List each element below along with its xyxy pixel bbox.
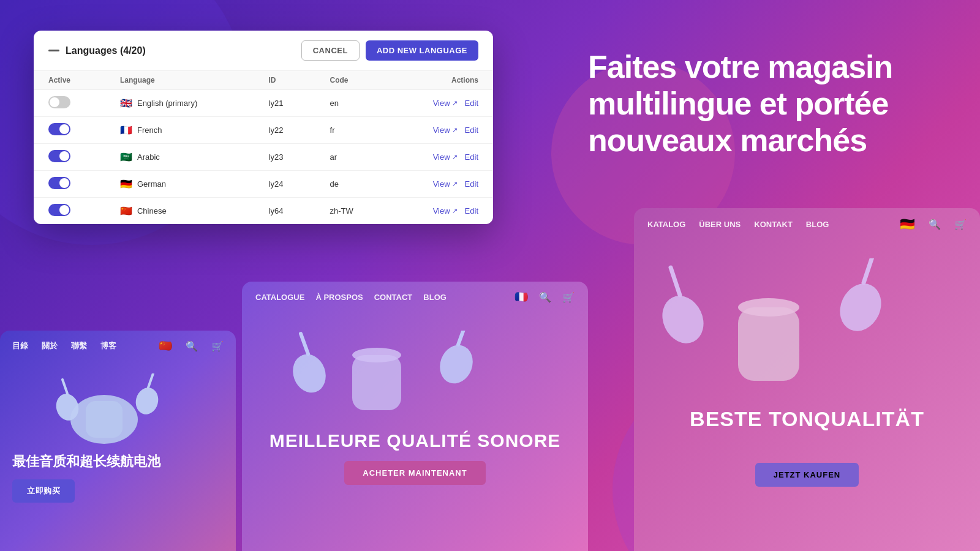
language-id: ly21 [254, 90, 315, 117]
col-code: Code [315, 71, 389, 90]
edit-link[interactable]: Edit [465, 206, 478, 216]
dialog-title: Languages (4/20) [66, 45, 146, 56]
store-de-flag[interactable]: 🇩🇪 [900, 217, 915, 231]
languages-dialog: Languages (4/20) CANCEL ADD NEW LANGUAGE… [34, 31, 493, 224]
store-zh-navbar: 目錄 關於 聯繫 博客 🇨🇳 🔍 🛒 [0, 331, 236, 361]
store-fr-flag[interactable]: 🇫🇷 [514, 290, 528, 304]
view-link[interactable]: View ↗ [433, 179, 458, 189]
edit-link[interactable]: Edit [465, 179, 478, 189]
edit-link[interactable]: Edit [465, 152, 478, 162]
view-link[interactable]: View ↗ [433, 206, 458, 216]
language-code: en [315, 90, 389, 117]
flag-icon: 🇸🇦 [120, 151, 132, 163]
svg-line-9 [301, 334, 308, 354]
table-row: 🇫🇷Frenchly22frView ↗Edit [34, 117, 493, 144]
language-name: German [137, 179, 166, 189]
dialog-header: Languages (4/20) CANCEL ADD NEW LANGUAGE [34, 31, 493, 70]
flag-icon: 🇫🇷 [120, 124, 132, 136]
store-de-cart-icon[interactable]: 🛒 [954, 219, 967, 230]
hero-section: Faites votre magasin multilingue et port… [588, 49, 931, 159]
svg-point-13 [738, 298, 799, 317]
store-fr-headline: MEILLEURE QUALITÉ SONORE [260, 429, 570, 452]
col-active: Active [34, 71, 105, 90]
language-name: French [137, 126, 162, 135]
store-de-nav-item-1[interactable]: KATALOG [647, 220, 685, 229]
store-zh-cart-icon[interactable]: 🛒 [211, 340, 224, 352]
external-link-icon: ↗ [452, 153, 458, 161]
store-fr-cta-button[interactable]: ACHETER MAINTENANT [344, 461, 485, 485]
language-id: ly23 [254, 144, 315, 171]
svg-point-7 [352, 348, 401, 362]
add-language-button[interactable]: ADD NEW LANGUAGE [366, 40, 478, 61]
edit-link[interactable]: Edit [465, 126, 478, 135]
col-actions: Actions [389, 71, 493, 90]
store-fr-nav-item-4[interactable]: BLOG [423, 293, 447, 302]
flag-icon: 🇨🇳 [120, 205, 132, 217]
svg-point-10 [435, 340, 478, 388]
language-id: ly22 [254, 117, 315, 144]
svg-point-14 [655, 289, 711, 350]
store-de-nav-item-4[interactable]: BLOG [806, 220, 829, 229]
store-fr-search-icon[interactable]: 🔍 [539, 291, 551, 303]
toggle-arabic[interactable] [48, 150, 70, 162]
svg-point-8 [288, 350, 331, 397]
dialog-minimize-icon [48, 50, 59, 51]
store-fr-cart-icon[interactable]: 🛒 [562, 291, 575, 303]
toggle-english-(primary)[interactable] [48, 96, 70, 108]
store-preview-zh: 目錄 關於 聯繫 博客 🇨🇳 🔍 🛒 最佳音质和超长续航电池 立即购买 [0, 331, 236, 551]
store-zh-nav-item-4[interactable]: 博客 [100, 340, 116, 351]
table-row: 🇨🇳Chinesely64zh-TWView ↗Edit [34, 198, 493, 225]
store-zh-nav-item-2[interactable]: 關於 [42, 340, 58, 351]
svg-rect-12 [738, 307, 799, 381]
store-de-airpods-image [634, 258, 940, 393]
store-zh-nav-item-3[interactable]: 聯繫 [71, 340, 87, 351]
store-zh-headline: 最佳音质和超长续航电池 [12, 453, 224, 471]
store-fr-airpods-image [242, 331, 548, 422]
language-name: Arabic [137, 152, 160, 162]
store-de-nav-item-3[interactable]: KONTAKT [754, 220, 793, 229]
language-id: ly64 [254, 198, 315, 225]
language-code: de [315, 171, 389, 198]
store-preview-de: KATALOG ÜBER UNS KONTAKT BLOG 🇩🇪 🔍 🛒 BES… [634, 208, 980, 551]
edit-link[interactable]: Edit [465, 99, 478, 108]
store-zh-airpods-image [12, 373, 221, 447]
language-name: English (primary) [137, 99, 197, 108]
store-fr-nav-item-2[interactable]: À PROSPOS [315, 293, 363, 302]
col-id: ID [254, 71, 315, 90]
store-de-search-icon[interactable]: 🔍 [929, 219, 941, 230]
dialog-header-left: Languages (4/20) [48, 45, 146, 56]
store-de-cta-button[interactable]: JETZT KAUFEN [755, 463, 859, 487]
external-link-icon: ↗ [452, 126, 458, 134]
flag-icon: 🇬🇧 [120, 97, 132, 109]
store-fr-nav-item-3[interactable]: CONTACT [374, 293, 413, 302]
col-language: Language [105, 71, 254, 90]
external-link-icon: ↗ [452, 180, 458, 188]
svg-line-5 [148, 373, 153, 388]
dialog-actions: CANCEL ADD NEW LANGUAGE [301, 40, 478, 61]
external-link-icon: ↗ [452, 207, 458, 215]
toggle-chinese[interactable] [48, 204, 70, 216]
view-link[interactable]: View ↗ [433, 99, 458, 108]
cancel-button[interactable]: CANCEL [301, 40, 360, 61]
language-code: ar [315, 144, 389, 171]
svg-line-17 [864, 258, 873, 283]
external-link-icon: ↗ [452, 99, 458, 107]
svg-rect-6 [352, 355, 401, 410]
table-row: 🇸🇦Arabicly23arView ↗Edit [34, 144, 493, 171]
view-link[interactable]: View ↗ [433, 152, 458, 162]
svg-point-4 [133, 385, 161, 417]
store-de-nav-item-2[interactable]: ÜBER UNS [699, 220, 741, 229]
store-zh-nav-item-1[interactable]: 目錄 [12, 340, 28, 351]
store-zh-flag[interactable]: 🇨🇳 [159, 339, 172, 353]
store-zh-cta-button[interactable]: 立即购买 [12, 479, 75, 503]
toggle-german[interactable] [48, 177, 70, 189]
view-link[interactable]: View ↗ [433, 126, 458, 135]
store-fr-navbar: CATALOGUE À PROSPOS CONTACT BLOG 🇫🇷 🔍 🛒 [242, 282, 588, 312]
store-zh-search-icon[interactable]: 🔍 [186, 340, 198, 352]
table-row: 🇬🇧English (primary)ly21enView ↗Edit [34, 90, 493, 117]
store-fr-content: MEILLEURE QUALITÉ SONORE ACHETER MAINTEN… [242, 312, 588, 497]
svg-line-11 [458, 331, 466, 345]
svg-rect-1 [86, 401, 123, 438]
store-fr-nav-item-1[interactable]: CATALOGUE [255, 293, 304, 302]
toggle-french[interactable] [48, 123, 70, 135]
